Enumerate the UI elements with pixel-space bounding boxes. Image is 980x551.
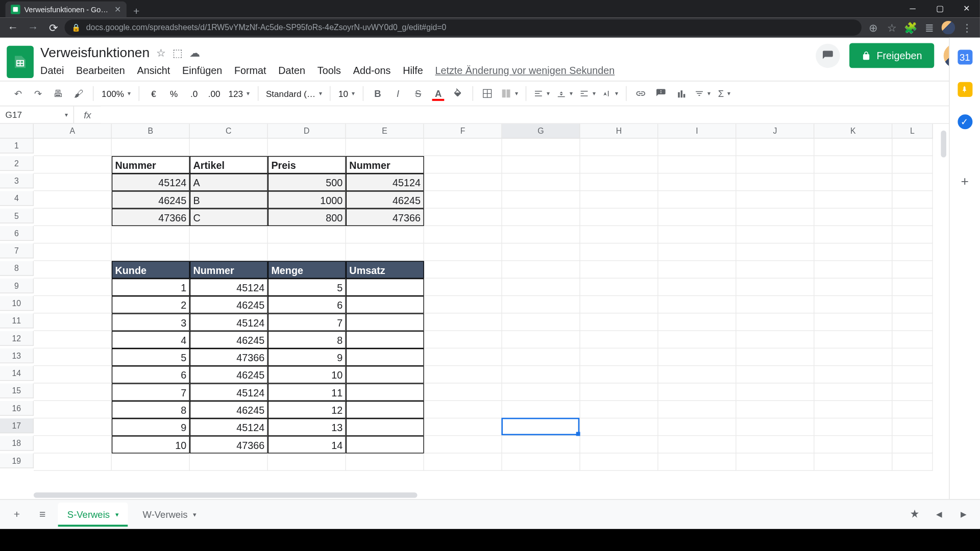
font-size-select[interactable]: 10 [336,85,358,102]
cell-H1[interactable] [580,139,658,156]
cell-K15[interactable] [815,384,893,401]
cell-E4[interactable]: 46245 [346,191,424,208]
cell-I15[interactable] [658,384,737,401]
cell-B14[interactable]: 6 [112,366,190,383]
cell-K7[interactable] [815,243,893,261]
cell-I12[interactable] [658,331,737,348]
cell-H7[interactable] [580,243,658,261]
cell-C11[interactable]: 45124 [190,313,268,331]
window-minimize-button[interactable]: ─ [899,0,926,17]
cell-E6[interactable] [346,226,424,243]
cell-E8[interactable]: Umsatz [346,261,424,279]
cell-E2[interactable]: Nummer [346,156,424,173]
cell-H13[interactable] [580,348,658,366]
cell-I14[interactable] [658,366,737,383]
cell-J9[interactable] [737,279,815,296]
cell-A13[interactable] [34,348,112,366]
cell-E15[interactable] [346,384,424,401]
cell-B3[interactable]: 45124 [112,173,190,191]
cell-C14[interactable]: 46245 [190,366,268,383]
url-input[interactable]: 🔒 docs.google.com/spreadsheets/d/1RW5vYM… [65,19,862,36]
cell-E11[interactable] [346,313,424,331]
font-family-select[interactable]: Standard (… [264,85,324,102]
cell-K4[interactable] [815,191,893,208]
cell-J2[interactable] [737,156,815,173]
cell-B8[interactable]: Kunde [112,261,190,279]
row-header-1[interactable]: 1 [0,139,34,154]
cell-H6[interactable] [580,226,658,243]
cell-G14[interactable] [502,366,580,383]
cell-B13[interactable]: 5 [112,348,190,366]
cell-D8[interactable]: Menge [268,261,346,279]
cell-A8[interactable] [34,261,112,279]
percent-button[interactable]: % [165,85,182,102]
cell-A18[interactable] [34,436,112,453]
cell-C1[interactable] [190,139,268,156]
cell-A16[interactable] [34,401,112,418]
cell-I2[interactable] [658,156,737,173]
sheet-nav-right[interactable]: ▶ [953,504,973,524]
bookmark-star-icon[interactable]: ☆ [883,19,900,36]
text-wrap-button[interactable] [578,85,598,102]
cell-E14[interactable] [346,366,424,383]
cell-L16[interactable] [892,401,933,418]
cell-E9[interactable] [346,279,424,296]
cell-B7[interactable] [112,243,190,261]
menu-bearbeiten[interactable]: Bearbeiten [76,65,125,76]
tasks-icon[interactable]: ✓ [958,114,972,129]
cell-F12[interactable] [424,331,502,348]
cell-G19[interactable] [502,454,580,471]
strikethrough-button[interactable]: S [409,85,427,102]
all-sheets-button[interactable]: ≡ [32,504,53,524]
cell-L7[interactable] [892,243,933,261]
cell-C3[interactable]: A [190,173,268,191]
filter-button[interactable] [693,85,713,102]
cell-H3[interactable] [580,173,658,191]
menu-hilfe[interactable]: Hilfe [403,65,423,76]
cell-F6[interactable] [424,226,502,243]
cell-C8[interactable]: Nummer [190,261,268,279]
cell-E10[interactable] [346,296,424,313]
cell-C7[interactable] [190,243,268,261]
cell-G18[interactable] [502,436,580,453]
cell-J4[interactable] [737,191,815,208]
row-header-8[interactable]: 8 [0,261,34,276]
cell-E16[interactable] [346,401,424,418]
row-header-6[interactable]: 6 [0,226,34,241]
add-addon-icon[interactable]: + [958,173,972,188]
cell-I18[interactable] [658,436,737,453]
cell-I11[interactable] [658,313,737,331]
bold-button[interactable]: B [369,85,386,102]
cell-L4[interactable] [892,191,933,208]
spreadsheet-grid[interactable]: ABCDEFGHIJKL12NummerArtikelPreisNummer34… [0,124,949,471]
document-title[interactable]: Verweisfunktionen [40,45,150,60]
cell-B17[interactable]: 9 [112,418,190,436]
cell-D9[interactable]: 5 [268,279,346,296]
cell-C4[interactable]: B [190,191,268,208]
borders-button[interactable] [479,85,496,102]
cell-D1[interactable] [268,139,346,156]
row-header-11[interactable]: 11 [0,313,34,328]
col-header-D[interactable]: D [268,124,346,139]
cell-D11[interactable]: 7 [268,313,346,331]
text-color-button[interactable]: A [430,85,447,102]
row-header-14[interactable]: 14 [0,366,34,381]
cell-L14[interactable] [892,366,933,383]
cell-J1[interactable] [737,139,815,156]
cell-L6[interactable] [892,226,933,243]
cell-A11[interactable] [34,313,112,331]
vertical-scrollbar[interactable] [941,131,946,158]
cell-K10[interactable] [815,296,893,313]
cell-D5[interactable]: 800 [268,209,346,226]
cell-K1[interactable] [815,139,893,156]
keep-icon[interactable] [958,82,972,97]
cell-J18[interactable] [737,436,815,453]
cell-J13[interactable] [737,348,815,366]
cell-L17[interactable] [892,418,933,436]
cell-J5[interactable] [737,209,815,226]
cell-F2[interactable] [424,156,502,173]
cell-K9[interactable] [815,279,893,296]
cell-J17[interactable] [737,418,815,436]
cell-H12[interactable] [580,331,658,348]
cell-J12[interactable] [737,331,815,348]
